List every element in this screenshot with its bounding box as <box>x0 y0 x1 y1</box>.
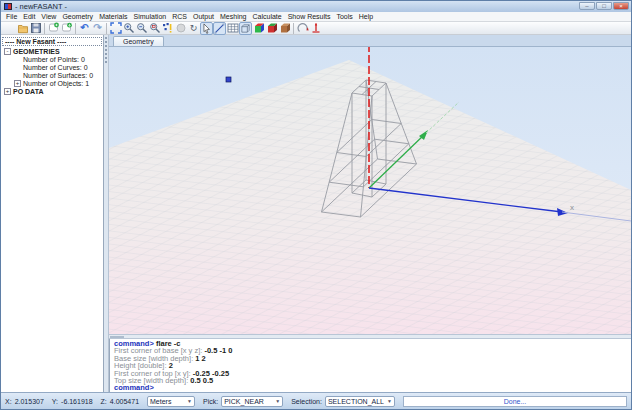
menu-calculate[interactable]: Calculate <box>249 13 284 20</box>
polyline-button[interactable] <box>213 22 226 35</box>
menu-edit[interactable]: Edit <box>20 13 38 20</box>
menu-output[interactable]: Output <box>190 13 217 20</box>
cube-red-button[interactable] <box>265 22 278 35</box>
open-button[interactable] <box>16 22 29 35</box>
param-value: 0.5 0.5 <box>190 376 213 385</box>
tree-node-objects[interactable]: + Number of Objects: 1 <box>14 80 102 87</box>
menu-view[interactable]: View <box>38 13 59 20</box>
menu-geometry[interactable]: Geometry <box>59 13 96 20</box>
selection-value: SELECTION_ALL <box>328 398 384 405</box>
selection-select[interactable]: SELECTION_ALL <box>325 396 395 407</box>
menu-bar: File Edit View Geometry Materials Simula… <box>1 12 631 22</box>
tree-node-surfaces[interactable]: Number of Surfaces: 0 <box>14 72 102 79</box>
coord-y: Y: -6.161918 <box>52 398 93 405</box>
menu-rcs[interactable]: RCS <box>169 13 190 20</box>
units-select[interactable]: Meters <box>147 396 195 407</box>
pick-label: Pick: <box>203 398 218 405</box>
project-tree-panel: ---- New Fasant ---- - GEOMETRIES Number… <box>1 35 104 392</box>
undo-icon: ↶ <box>80 23 88 33</box>
redo-button[interactable]: ↷ <box>91 22 104 35</box>
menu-file[interactable]: File <box>3 13 20 20</box>
tree-node-curves[interactable]: Number of Curves: 0 <box>14 64 102 71</box>
console-line: Base size [width depth]: 1 2 <box>114 355 631 362</box>
coord-y-label: Y: <box>52 398 58 405</box>
console-line: Top size [width depth]: 0.5 0.5 <box>114 377 631 384</box>
point-marker[interactable] <box>226 77 231 82</box>
coord-z-label: Z: <box>101 398 107 405</box>
undo-button[interactable]: ↶ <box>78 22 91 35</box>
toolbar-separator <box>106 23 107 34</box>
param-value: 1 2 <box>195 354 205 363</box>
menu-materials[interactable]: Materials <box>96 13 130 20</box>
tree-label: Number of Objects: 1 <box>23 80 89 87</box>
units-value: Meters <box>150 398 171 405</box>
x-axis-label: x <box>570 203 574 212</box>
coord-x-value: 2.015307 <box>15 398 44 405</box>
maximize-button[interactable]: □ <box>596 2 612 10</box>
viewport-3d[interactable]: x <box>109 47 631 334</box>
command-console[interactable]: command> flare -c First corner of base [… <box>109 339 631 392</box>
param-value: -0.5 -1 0 <box>204 346 232 355</box>
mesh-grid-button[interactable] <box>226 22 239 35</box>
save-button[interactable] <box>29 22 42 35</box>
viewport-canvas[interactable]: x <box>109 47 631 334</box>
zoom-window-button[interactable] <box>148 22 161 35</box>
cube-brown-button[interactable] <box>278 22 291 35</box>
collapse-icon[interactable]: - <box>4 48 11 55</box>
selection-label: Selection: <box>291 398 322 405</box>
app-icon <box>4 3 12 10</box>
rotate-object-button[interactable] <box>296 22 309 35</box>
expand-icon[interactable]: + <box>14 80 21 87</box>
tree-root-node[interactable]: ---- New Fasant ---- <box>2 37 102 46</box>
menu-help[interactable]: Help <box>356 13 376 20</box>
pan-points-button[interactable] <box>161 22 174 35</box>
select-pointer-button[interactable] <box>200 22 213 35</box>
tree-node-geometries[interactable]: - GEOMETRIES <box>4 48 102 55</box>
coord-y-value: -6.161918 <box>61 398 93 405</box>
menu-simulation[interactable]: Simulation <box>131 13 170 20</box>
new-file-button[interactable] <box>3 22 16 35</box>
wire-box-button[interactable] <box>239 22 252 35</box>
zoom-in-button[interactable] <box>122 22 135 35</box>
rotate-view-icon: ↻ <box>190 24 198 33</box>
tab-geometry[interactable]: Geometry <box>113 36 164 46</box>
rotate-view-button[interactable]: ↻ <box>187 22 200 35</box>
command-prompt: command> <box>114 383 154 392</box>
close-button[interactable]: × <box>613 2 629 10</box>
redo-icon: ↷ <box>93 23 101 33</box>
tree-node-points[interactable]: Number of Points: 0 <box>14 56 102 63</box>
tree-label: GEOMETRIES <box>13 48 60 55</box>
toolbar-separator <box>75 23 76 34</box>
cube-solid-button[interactable] <box>252 22 265 35</box>
axis-tool-button[interactable] <box>309 22 322 35</box>
tree-label: Number of Points: 0 <box>23 56 85 63</box>
expand-icon[interactable]: + <box>4 88 11 95</box>
coord-x-label: X: <box>5 398 12 405</box>
tree-label: PO DATA <box>13 88 43 95</box>
pick-select[interactable]: PICK_NEAR <box>221 396 283 407</box>
tree-label: Number of Surfaces: 0 <box>23 72 93 79</box>
tree-node-po-data[interactable]: + PO DATA <box>4 88 102 95</box>
status-bar: X: 2.015307 Y: -6.161918 Z: 4.005471 Met… <box>1 392 631 409</box>
console-input-line[interactable]: command> <box>114 384 631 391</box>
import-button[interactable] <box>60 22 73 35</box>
window-title: - newFASANT - <box>15 2 67 11</box>
toolbar: ↶ ↷ ↻ <box>1 22 631 35</box>
console-splitter[interactable] <box>109 334 631 339</box>
coord-z-value: 4.005471 <box>110 398 139 405</box>
menu-show-results[interactable]: Show Results <box>285 13 334 20</box>
progress-area: Done... <box>403 396 627 407</box>
toolbar-separator <box>44 23 45 34</box>
tab-strip: Geometry <box>109 35 631 47</box>
tree-label: Number of Curves: 0 <box>23 64 88 71</box>
coord-x: X: 2.015307 <box>5 398 44 405</box>
minimize-button[interactable]: – <box>579 2 595 10</box>
zoom-out-button[interactable] <box>135 22 148 35</box>
fit-view-button[interactable] <box>109 22 122 35</box>
menu-meshing[interactable]: Meshing <box>217 13 249 20</box>
pick-value: PICK_NEAR <box>224 398 264 405</box>
menu-tools[interactable]: Tools <box>333 13 355 20</box>
new-point-button[interactable] <box>47 22 60 35</box>
toolbar-separator <box>293 23 294 34</box>
coord-z: Z: 4.005471 <box>101 398 139 405</box>
